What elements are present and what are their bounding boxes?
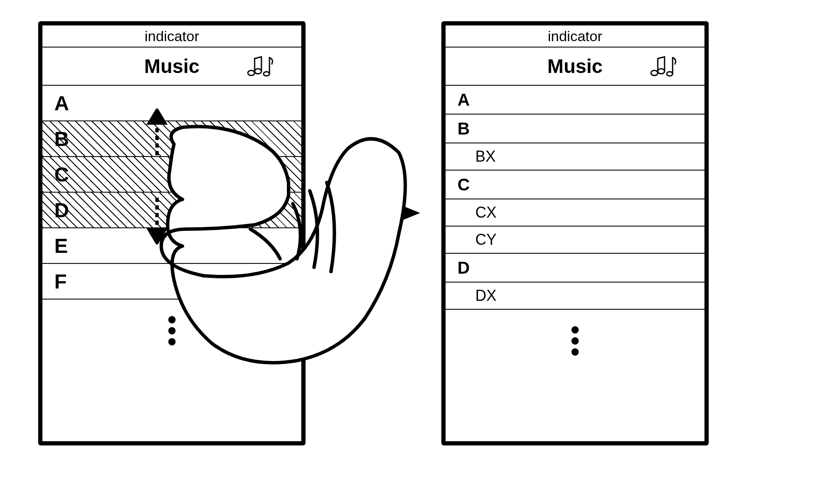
list-item[interactable]: E <box>42 228 301 264</box>
title-bar: Music <box>42 48 301 86</box>
list-item-selected[interactable]: D <box>42 193 301 228</box>
list-item[interactable]: C <box>446 171 704 199</box>
list-subitem[interactable]: CX <box>446 199 704 227</box>
list-item[interactable]: A <box>42 86 301 121</box>
item-label: B <box>54 127 69 151</box>
device-before: indicator Music A B <box>38 21 306 445</box>
item-label: DX <box>475 287 497 305</box>
title-label: Music <box>144 55 199 78</box>
title-label: Music <box>547 55 603 78</box>
list-item[interactable]: F <box>42 264 301 300</box>
item-label: C <box>54 163 69 186</box>
item-label: B <box>457 119 470 138</box>
svg-point-10 <box>658 69 665 74</box>
ellipsis-icon: ●●● <box>42 300 301 346</box>
list-item-selected[interactable]: C <box>42 157 301 193</box>
item-label: E <box>54 234 68 258</box>
status-bar: indicator <box>446 25 704 48</box>
item-label: C <box>457 175 470 194</box>
list-subitem[interactable]: DX <box>446 283 704 310</box>
item-label: D <box>54 199 69 222</box>
device-after: indicator Music A B <box>441 21 709 445</box>
title-bar: Music <box>446 48 704 86</box>
item-label: A <box>457 90 470 109</box>
list-item[interactable]: B <box>446 115 704 143</box>
item-label: F <box>54 270 67 293</box>
ellipsis-icon: ●●● <box>446 310 704 356</box>
transition-arrow-icon <box>361 204 420 222</box>
svg-marker-8 <box>401 205 420 221</box>
music-notes-icon <box>246 54 276 78</box>
indicator-label: indicator <box>548 28 603 45</box>
item-label: A <box>54 92 69 115</box>
indicator-label: indicator <box>145 28 199 45</box>
item-label: CX <box>475 204 497 221</box>
svg-point-1 <box>255 69 261 74</box>
svg-point-2 <box>264 72 269 76</box>
svg-point-0 <box>248 70 255 76</box>
list-subitem[interactable]: BX <box>446 143 704 171</box>
list-item[interactable]: D <box>446 254 704 283</box>
item-label: CY <box>475 231 497 249</box>
list-item-selected[interactable]: B <box>42 121 301 157</box>
list-item[interactable]: A <box>446 86 704 115</box>
svg-point-9 <box>651 70 658 76</box>
list-subitem[interactable]: CY <box>446 227 704 254</box>
status-bar: indicator <box>42 25 301 48</box>
svg-point-11 <box>667 72 673 76</box>
item-label: BX <box>475 148 496 165</box>
item-label: D <box>457 258 470 277</box>
music-notes-icon <box>649 54 679 78</box>
